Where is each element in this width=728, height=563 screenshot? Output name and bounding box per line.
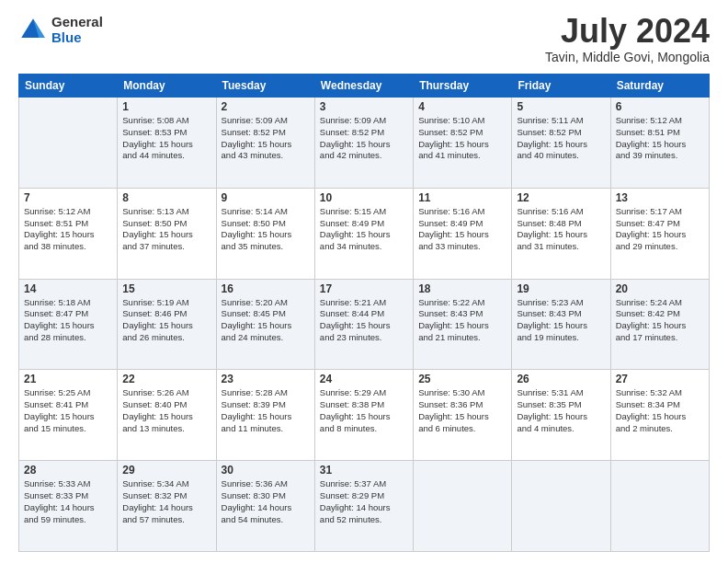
- table-cell: 20Sunrise: 5:24 AM Sunset: 8:42 PM Dayli…: [610, 279, 709, 370]
- table-cell: 25Sunrise: 5:30 AM Sunset: 8:36 PM Dayli…: [414, 370, 512, 461]
- title-block: July 2024 Tavin, Middle Govi, Mongolia: [545, 15, 710, 64]
- table-cell: [512, 461, 610, 552]
- calendar-week-row: 28Sunrise: 5:33 AM Sunset: 8:33 PM Dayli…: [19, 461, 710, 552]
- logo-blue-text: Blue: [51, 30, 103, 46]
- day-number: 9: [222, 191, 310, 204]
- day-info: Sunrise: 5:08 AM Sunset: 8:53 PM Dayligh…: [122, 115, 210, 162]
- day-info: Sunrise: 5:21 AM Sunset: 8:44 PM Dayligh…: [320, 297, 408, 344]
- day-info: Sunrise: 5:22 AM Sunset: 8:43 PM Dayligh…: [418, 297, 506, 344]
- table-cell: 5Sunrise: 5:11 AM Sunset: 8:52 PM Daylig…: [512, 98, 610, 189]
- day-number: 4: [418, 100, 506, 113]
- day-info: Sunrise: 5:36 AM Sunset: 8:30 PM Dayligh…: [222, 478, 310, 525]
- calendar-week-row: 21Sunrise: 5:25 AM Sunset: 8:41 PM Dayli…: [19, 370, 710, 461]
- table-cell: 9Sunrise: 5:14 AM Sunset: 8:50 PM Daylig…: [216, 188, 314, 279]
- day-number: 7: [24, 191, 112, 204]
- day-info: Sunrise: 5:14 AM Sunset: 8:50 PM Dayligh…: [222, 206, 310, 253]
- day-number: 5: [517, 100, 605, 113]
- table-cell: [610, 461, 709, 552]
- day-number: 1: [122, 100, 210, 113]
- table-cell: 11Sunrise: 5:16 AM Sunset: 8:49 PM Dayli…: [414, 188, 512, 279]
- day-number: 23: [222, 373, 310, 385]
- day-number: 20: [616, 282, 704, 295]
- table-cell: 7Sunrise: 5:12 AM Sunset: 8:51 PM Daylig…: [19, 188, 118, 279]
- calendar-week-row: 1Sunrise: 5:08 AM Sunset: 8:53 PM Daylig…: [19, 98, 710, 189]
- day-info: Sunrise: 5:25 AM Sunset: 8:41 PM Dayligh…: [24, 387, 112, 434]
- table-cell: 2Sunrise: 5:09 AM Sunset: 8:52 PM Daylig…: [216, 98, 314, 189]
- table-cell: [414, 461, 512, 552]
- table-cell: 12Sunrise: 5:16 AM Sunset: 8:48 PM Dayli…: [512, 188, 610, 279]
- day-number: 28: [24, 464, 112, 477]
- day-info: Sunrise: 5:18 AM Sunset: 8:47 PM Dayligh…: [24, 297, 112, 344]
- day-info: Sunrise: 5:33 AM Sunset: 8:33 PM Dayligh…: [24, 478, 112, 525]
- day-number: 17: [320, 282, 408, 295]
- day-info: Sunrise: 5:20 AM Sunset: 8:45 PM Dayligh…: [222, 297, 310, 344]
- calendar-week-row: 7Sunrise: 5:12 AM Sunset: 8:51 PM Daylig…: [19, 188, 710, 279]
- day-number: 19: [517, 282, 605, 295]
- day-number: 11: [418, 191, 506, 204]
- day-number: 22: [122, 373, 210, 385]
- day-number: 3: [320, 100, 408, 113]
- day-number: 6: [616, 100, 704, 113]
- table-cell: 28Sunrise: 5:33 AM Sunset: 8:33 PM Dayli…: [19, 461, 118, 552]
- table-cell: 23Sunrise: 5:28 AM Sunset: 8:39 PM Dayli…: [216, 370, 314, 461]
- day-info: Sunrise: 5:31 AM Sunset: 8:35 PM Dayligh…: [517, 387, 605, 434]
- day-info: Sunrise: 5:34 AM Sunset: 8:32 PM Dayligh…: [122, 478, 210, 525]
- day-info: Sunrise: 5:16 AM Sunset: 8:49 PM Dayligh…: [418, 206, 506, 253]
- day-number: 2: [222, 100, 310, 113]
- day-info: Sunrise: 5:29 AM Sunset: 8:38 PM Dayligh…: [320, 387, 408, 434]
- table-cell: 27Sunrise: 5:32 AM Sunset: 8:34 PM Dayli…: [610, 370, 709, 461]
- day-info: Sunrise: 5:24 AM Sunset: 8:42 PM Dayligh…: [616, 297, 704, 344]
- day-info: Sunrise: 5:19 AM Sunset: 8:46 PM Dayligh…: [122, 297, 210, 344]
- table-cell: 21Sunrise: 5:25 AM Sunset: 8:41 PM Dayli…: [19, 370, 118, 461]
- day-info: Sunrise: 5:28 AM Sunset: 8:39 PM Dayligh…: [222, 387, 310, 434]
- day-info: Sunrise: 5:11 AM Sunset: 8:52 PM Dayligh…: [517, 115, 605, 162]
- table-cell: 14Sunrise: 5:18 AM Sunset: 8:47 PM Dayli…: [19, 279, 118, 370]
- day-info: Sunrise: 5:17 AM Sunset: 8:47 PM Dayligh…: [616, 206, 704, 253]
- calendar-table: Sunday Monday Tuesday Wednesday Thursday…: [18, 74, 710, 552]
- day-info: Sunrise: 5:12 AM Sunset: 8:51 PM Dayligh…: [24, 206, 112, 253]
- table-cell: 22Sunrise: 5:26 AM Sunset: 8:40 PM Dayli…: [118, 370, 216, 461]
- day-number: 15: [122, 282, 210, 295]
- calendar-week-row: 14Sunrise: 5:18 AM Sunset: 8:47 PM Dayli…: [19, 279, 710, 370]
- day-info: Sunrise: 5:26 AM Sunset: 8:40 PM Dayligh…: [122, 387, 210, 434]
- subtitle: Tavin, Middle Govi, Mongolia: [545, 50, 710, 64]
- table-cell: 18Sunrise: 5:22 AM Sunset: 8:43 PM Dayli…: [414, 279, 512, 370]
- table-cell: 31Sunrise: 5:37 AM Sunset: 8:29 PM Dayli…: [314, 461, 413, 552]
- day-number: 29: [122, 464, 210, 477]
- table-cell: 3Sunrise: 5:09 AM Sunset: 8:52 PM Daylig…: [314, 98, 413, 189]
- header-thursday: Thursday: [414, 75, 512, 98]
- day-number: 13: [616, 191, 704, 204]
- table-cell: 26Sunrise: 5:31 AM Sunset: 8:35 PM Dayli…: [512, 370, 610, 461]
- table-cell: [19, 98, 118, 189]
- day-info: Sunrise: 5:23 AM Sunset: 8:43 PM Dayligh…: [517, 297, 605, 344]
- header-monday: Monday: [118, 75, 216, 98]
- day-number: 16: [222, 282, 310, 295]
- header-sunday: Sunday: [19, 75, 118, 98]
- header: General Blue July 2024 Tavin, Middle Gov…: [18, 15, 710, 64]
- day-info: Sunrise: 5:37 AM Sunset: 8:29 PM Dayligh…: [320, 478, 408, 525]
- day-number: 26: [517, 373, 605, 385]
- table-cell: 1Sunrise: 5:08 AM Sunset: 8:53 PM Daylig…: [118, 98, 216, 189]
- day-info: Sunrise: 5:13 AM Sunset: 8:50 PM Dayligh…: [122, 206, 210, 253]
- day-number: 21: [24, 373, 112, 385]
- table-cell: 19Sunrise: 5:23 AM Sunset: 8:43 PM Dayli…: [512, 279, 610, 370]
- day-info: Sunrise: 5:15 AM Sunset: 8:49 PM Dayligh…: [320, 206, 408, 253]
- table-cell: 24Sunrise: 5:29 AM Sunset: 8:38 PM Dayli…: [314, 370, 413, 461]
- day-info: Sunrise: 5:30 AM Sunset: 8:36 PM Dayligh…: [418, 387, 506, 434]
- table-cell: 17Sunrise: 5:21 AM Sunset: 8:44 PM Dayli…: [314, 279, 413, 370]
- main-title: July 2024: [545, 15, 710, 48]
- header-saturday: Saturday: [610, 75, 709, 98]
- table-cell: 30Sunrise: 5:36 AM Sunset: 8:30 PM Dayli…: [216, 461, 314, 552]
- header-tuesday: Tuesday: [216, 75, 314, 98]
- header-friday: Friday: [512, 75, 610, 98]
- day-info: Sunrise: 5:16 AM Sunset: 8:48 PM Dayligh…: [517, 206, 605, 253]
- table-cell: 16Sunrise: 5:20 AM Sunset: 8:45 PM Dayli…: [216, 279, 314, 370]
- day-number: 30: [222, 464, 310, 477]
- day-number: 31: [320, 464, 408, 477]
- day-info: Sunrise: 5:12 AM Sunset: 8:51 PM Dayligh…: [616, 115, 704, 162]
- logo-icon: [18, 16, 48, 45]
- day-info: Sunrise: 5:09 AM Sunset: 8:52 PM Dayligh…: [320, 115, 408, 162]
- table-cell: 10Sunrise: 5:15 AM Sunset: 8:49 PM Dayli…: [314, 188, 413, 279]
- day-number: 12: [517, 191, 605, 204]
- day-number: 25: [418, 373, 506, 385]
